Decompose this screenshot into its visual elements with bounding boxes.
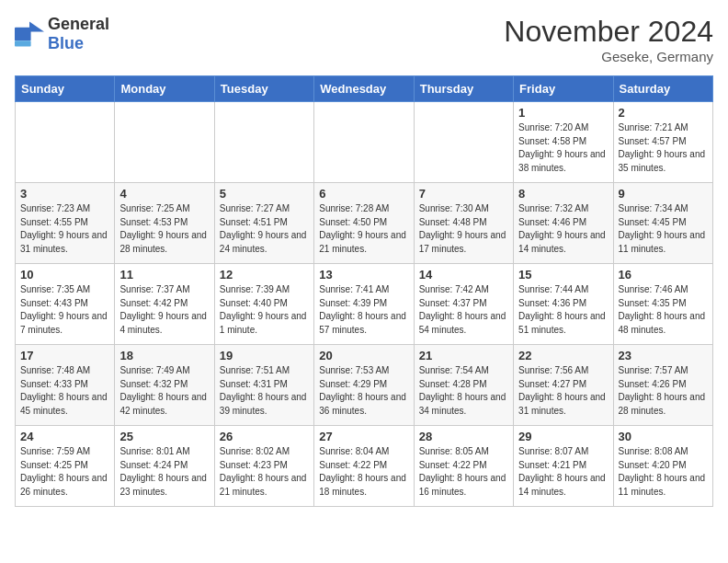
day-number: 5 [220,187,309,201]
calendar-table: SundayMondayTuesdayWednesdayThursdayFrid… [15,75,713,507]
day-info: Sunrise: 7:30 AMSunset: 4:48 PMDaylight:… [419,202,508,256]
calendar-cell [414,102,513,183]
day-info: Sunrise: 7:39 AMSunset: 4:40 PMDaylight:… [220,283,309,337]
calendar-cell: 12Sunrise: 7:39 AMSunset: 4:40 PMDayligh… [214,264,313,345]
calendar-cell: 26Sunrise: 8:02 AMSunset: 4:23 PMDayligh… [214,426,313,507]
day-info: Sunrise: 7:57 AMSunset: 4:26 PMDaylight:… [619,364,708,418]
logo-icon [15,21,44,47]
day-number: 2 [619,106,708,120]
day-number: 11 [119,268,209,282]
calendar-cell: 23Sunrise: 7:57 AMSunset: 4:26 PMDayligh… [613,345,712,426]
day-info: Sunrise: 8:05 AMSunset: 4:22 PMDaylight:… [419,445,508,499]
calendar-week-1: 1Sunrise: 7:20 AMSunset: 4:58 PMDaylight… [16,102,713,183]
logo: General Blue [15,15,109,53]
day-number: 9 [619,187,708,201]
day-number: 27 [319,430,408,443]
day-number: 28 [419,430,508,443]
calendar-cell: 2Sunrise: 7:21 AMSunset: 4:57 PMDaylight… [613,102,712,183]
day-info: Sunrise: 7:34 AMSunset: 4:45 PMDaylight:… [619,202,708,256]
calendar-cell: 3Sunrise: 7:23 AMSunset: 4:55 PMDaylight… [16,183,115,264]
day-number: 21 [419,349,508,362]
calendar-cell: 19Sunrise: 7:51 AMSunset: 4:31 PMDayligh… [214,345,313,426]
weekday-header-sunday: Sunday [16,76,115,102]
location-title: Geseke, Germany [504,49,713,64]
weekday-header-tuesday: Tuesday [214,76,313,102]
day-number: 7 [419,187,508,201]
weekday-header-friday: Friday [514,76,613,102]
weekday-header-thursday: Thursday [414,76,513,102]
calendar-cell: 4Sunrise: 7:25 AMSunset: 4:53 PMDaylight… [115,183,214,264]
day-info: Sunrise: 7:27 AMSunset: 4:51 PMDaylight:… [220,202,309,256]
day-number: 16 [619,268,708,282]
day-info: Sunrise: 8:08 AMSunset: 4:20 PMDaylight:… [619,445,708,499]
calendar-cell: 9Sunrise: 7:34 AMSunset: 4:45 PMDaylight… [613,183,712,264]
calendar-week-5: 24Sunrise: 7:59 AMSunset: 4:25 PMDayligh… [16,426,713,507]
day-info: Sunrise: 7:46 AMSunset: 4:35 PMDaylight:… [619,283,708,337]
day-number: 10 [20,268,109,282]
day-number: 19 [220,349,309,362]
day-info: Sunrise: 7:59 AMSunset: 4:25 PMDaylight:… [20,445,109,499]
calendar-cell: 28Sunrise: 8:05 AMSunset: 4:22 PMDayligh… [414,426,513,507]
day-number: 20 [319,349,408,362]
calendar-cell: 27Sunrise: 8:04 AMSunset: 4:22 PMDayligh… [314,426,414,507]
day-info: Sunrise: 7:23 AMSunset: 4:55 PMDaylight:… [20,202,109,256]
day-number: 24 [20,430,109,443]
day-info: Sunrise: 7:49 AMSunset: 4:32 PMDaylight:… [119,364,209,418]
weekday-header-monday: Monday [115,76,214,102]
calendar-cell [314,102,414,183]
day-info: Sunrise: 7:28 AMSunset: 4:50 PMDaylight:… [319,202,408,256]
calendar-cell: 10Sunrise: 7:35 AMSunset: 4:43 PMDayligh… [16,264,115,345]
day-number: 30 [619,430,708,443]
day-number: 14 [419,268,508,282]
calendar-week-2: 3Sunrise: 7:23 AMSunset: 4:55 PMDaylight… [16,183,713,264]
calendar-cell: 6Sunrise: 7:28 AMSunset: 4:50 PMDaylight… [314,183,414,264]
calendar-cell: 25Sunrise: 8:01 AMSunset: 4:24 PMDayligh… [115,426,214,507]
day-number: 23 [619,349,708,362]
calendar-cell: 11Sunrise: 7:37 AMSunset: 4:42 PMDayligh… [115,264,214,345]
svg-marker-1 [29,21,44,31]
calendar-cell: 8Sunrise: 7:32 AMSunset: 4:46 PMDaylight… [514,183,613,264]
svg-rect-0 [15,28,31,40]
day-info: Sunrise: 7:21 AMSunset: 4:57 PMDaylight:… [619,121,708,175]
calendar-cell: 7Sunrise: 7:30 AMSunset: 4:48 PMDaylight… [414,183,513,264]
day-number: 12 [220,268,309,282]
logo-blue: Blue [48,34,84,52]
calendar-cell: 22Sunrise: 7:56 AMSunset: 4:27 PMDayligh… [514,345,613,426]
calendar-cell [115,102,214,183]
day-info: Sunrise: 7:35 AMSunset: 4:43 PMDaylight:… [20,283,109,337]
calendar-cell: 21Sunrise: 7:54 AMSunset: 4:28 PMDayligh… [414,345,513,426]
day-number: 13 [319,268,408,282]
day-info: Sunrise: 7:25 AMSunset: 4:53 PMDaylight:… [119,202,209,256]
day-info: Sunrise: 7:32 AMSunset: 4:46 PMDaylight:… [518,202,608,256]
day-number: 3 [20,187,109,201]
calendar-week-4: 17Sunrise: 7:48 AMSunset: 4:33 PMDayligh… [16,345,713,426]
day-info: Sunrise: 7:42 AMSunset: 4:37 PMDaylight:… [419,283,508,337]
day-info: Sunrise: 8:02 AMSunset: 4:23 PMDaylight:… [220,445,309,499]
calendar-cell: 17Sunrise: 7:48 AMSunset: 4:33 PMDayligh… [16,345,115,426]
day-info: Sunrise: 7:44 AMSunset: 4:36 PMDaylight:… [518,283,608,337]
day-number: 25 [119,430,209,443]
day-info: Sunrise: 8:01 AMSunset: 4:24 PMDaylight:… [119,445,209,499]
calendar-cell: 18Sunrise: 7:49 AMSunset: 4:32 PMDayligh… [115,345,214,426]
calendar-cell: 5Sunrise: 7:27 AMSunset: 4:51 PMDaylight… [214,183,313,264]
day-number: 6 [319,187,408,201]
day-number: 26 [220,430,309,443]
month-title: November 2024 [504,15,713,49]
day-number: 22 [518,349,608,362]
calendar-cell [16,102,115,183]
svg-rect-2 [15,40,31,46]
weekday-header-saturday: Saturday [613,76,712,102]
title-area: November 2024 Geseke, Germany [504,15,713,64]
day-number: 17 [20,349,109,362]
day-number: 18 [119,349,209,362]
day-info: Sunrise: 7:41 AMSunset: 4:39 PMDaylight:… [319,283,408,337]
calendar-cell: 15Sunrise: 7:44 AMSunset: 4:36 PMDayligh… [514,264,613,345]
calendar-cell: 1Sunrise: 7:20 AMSunset: 4:58 PMDaylight… [514,102,613,183]
weekday-header-wednesday: Wednesday [314,76,414,102]
calendar-header: SundayMondayTuesdayWednesdayThursdayFrid… [16,76,713,102]
calendar-cell: 20Sunrise: 7:53 AMSunset: 4:29 PMDayligh… [314,345,414,426]
calendar-cell: 30Sunrise: 8:08 AMSunset: 4:20 PMDayligh… [613,426,712,507]
day-number: 8 [518,187,608,201]
day-number: 1 [518,106,608,120]
day-info: Sunrise: 7:53 AMSunset: 4:29 PMDaylight:… [319,364,408,418]
